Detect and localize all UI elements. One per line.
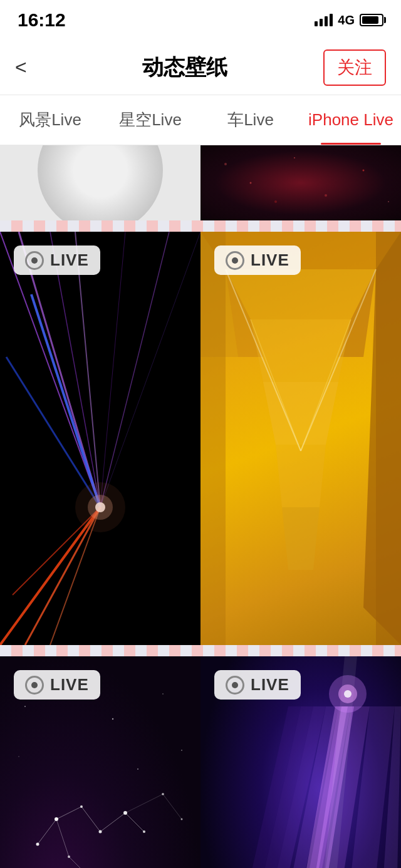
svg-line-16: [0, 507, 100, 645]
svg-point-50: [55, 817, 58, 821]
top-partial-row: [0, 145, 401, 220]
status-icons: 4G: [315, 13, 383, 28]
svg-line-11: [100, 232, 125, 507]
live-circle-icon-2: [226, 251, 244, 270]
svg-point-0: [224, 163, 227, 165]
status-bar: 16:12 4G: [0, 0, 401, 40]
svg-line-12: [100, 232, 169, 507]
wallpaper-tunnel[interactable]: LIVE: [200, 232, 401, 645]
svg-rect-33: [200, 232, 226, 645]
svg-point-86: [344, 690, 352, 698]
svg-point-54: [143, 830, 145, 833]
svg-point-65: [137, 768, 138, 770]
nav-header: < 动态壁纸 关注: [0, 40, 401, 95]
svg-point-63: [181, 750, 182, 751]
tab-iphone-live[interactable]: iPhone Live: [301, 95, 401, 145]
page-title: 动态壁纸: [142, 53, 227, 82]
tab-car[interactable]: 车Live: [200, 95, 301, 145]
live-badge-2: LIVE: [214, 245, 301, 275]
live-label-1: LIVE: [50, 251, 89, 270]
live-badge-1: LIVE: [14, 245, 100, 275]
tab-starsky[interactable]: 星空Live: [100, 95, 200, 145]
wallpaper-stars[interactable]: LIVE: [0, 656, 200, 868]
wallpaper-beams[interactable]: LIVE: [200, 656, 401, 868]
svg-marker-32: [282, 507, 320, 570]
svg-line-14: [31, 294, 100, 507]
svg-point-6: [274, 200, 277, 203]
svg-point-59: [24, 706, 26, 707]
svg-point-3: [325, 194, 327, 197]
signal-icon: [315, 14, 333, 26]
svg-marker-31: [276, 445, 326, 507]
svg-point-64: [18, 756, 19, 757]
svg-line-13: [100, 232, 200, 507]
partial-cell-right[interactable]: [200, 145, 401, 220]
svg-point-5: [388, 201, 389, 202]
svg-point-22: [75, 482, 125, 532]
battery-icon: [360, 14, 383, 26]
content-area: LIVE: [0, 145, 401, 868]
wallpaper-laser[interactable]: LIVE: [0, 232, 200, 645]
svg-marker-30: [263, 382, 338, 445]
live-circle-icon-3: [25, 676, 44, 695]
status-time: 16:12: [18, 9, 66, 31]
live-label-3: LIVE: [50, 675, 89, 695]
border-strip-top: [0, 220, 401, 232]
svg-point-2: [294, 157, 295, 158]
partial-cell-left[interactable]: [0, 145, 200, 220]
live-circle-icon-4: [226, 676, 244, 695]
live-label-2: LIVE: [251, 251, 289, 270]
svg-point-62: [162, 693, 164, 695]
grid-row-2: LIVE: [0, 656, 401, 868]
svg-marker-29: [251, 319, 351, 382]
live-badge-3: LIVE: [14, 670, 100, 700]
border-strip-middle: [0, 645, 401, 656]
back-button[interactable]: <: [15, 56, 46, 79]
svg-point-52: [99, 830, 102, 834]
tab-scenery[interactable]: 风景Live: [0, 95, 100, 145]
svg-point-1: [250, 182, 252, 184]
svg-point-4: [363, 170, 365, 172]
svg-marker-26: [226, 269, 376, 319]
network-type: 4G: [338, 13, 355, 28]
svg-point-71: [181, 819, 183, 820]
live-badge-4: LIVE: [214, 670, 301, 700]
follow-button[interactable]: 关注: [323, 49, 386, 86]
live-label-4: LIVE: [251, 675, 289, 695]
svg-point-70: [162, 793, 164, 795]
live-circle-icon: [25, 251, 44, 270]
tab-bar: 风景Live 星空Live 车Live iPhone Live: [0, 95, 401, 145]
svg-point-51: [80, 805, 83, 808]
svg-rect-34: [376, 232, 401, 645]
svg-point-55: [68, 855, 70, 858]
svg-point-49: [36, 843, 39, 846]
svg-point-61: [112, 718, 113, 720]
grid-row-1: LIVE: [0, 232, 401, 645]
